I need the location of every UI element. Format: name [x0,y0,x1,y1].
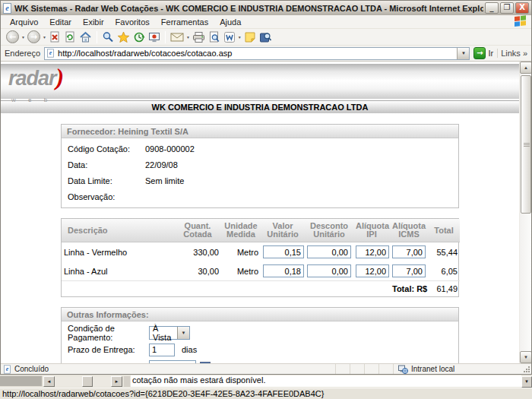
row-condicao-pagamento: Condição de Pagamento: À Vista ▼ [62,325,458,341]
refresh-button[interactable] [62,30,78,45]
message-text: cotação não mais estará disponível. [131,375,521,385]
security-zone-text: Intranet local [411,365,454,373]
status-bar: e Concluído Intranet local [1,363,531,374]
menu-ajuda[interactable]: Ajuda [214,16,247,28]
total-label: Total: R$ [390,281,428,297]
scrollbar-track[interactable] [55,376,111,387]
condicao-pagamento-select[interactable]: À Vista ▼ [149,326,190,340]
edit-word-button[interactable] [222,30,237,45]
home-button[interactable] [78,30,93,45]
status-pane [350,364,364,374]
scroll-down-icon[interactable]: ▼ [521,376,532,388]
address-input[interactable] [55,49,457,59]
ie-window: e WK Sistemas - Radar Web Cotações - WK … [0,0,532,375]
vertical-scrollbar[interactable]: ▲ ▼ [519,62,531,363]
scrollbar-thumb[interactable] [521,75,531,214]
forward-icon: → [27,30,40,43]
horizontal-scrollbar[interactable]: ◄ ► [43,376,122,387]
scrollbar-thumb[interactable] [82,376,93,387]
address-combobox[interactable]: e ▼ [44,47,470,60]
item-descricao: Linha - Vermelho [62,242,174,262]
message-area: cotação não mais estará disponível. [131,375,521,387]
table-row: Linha - Vermelho 330,00 Metro 55,44 [62,242,460,262]
logo-sub-text: w e b [11,90,64,111]
col-aliquota-icms: Alíquota ICMS [390,219,428,242]
print-button[interactable] [191,30,207,45]
stop-button[interactable] [47,30,62,45]
mail-dropdown-icon[interactable]: ▼ [186,35,190,40]
fornecedor-header: Fornecedor: Heining Textil S/A [62,125,458,138]
links-chevron-icon[interactable]: » [523,49,527,58]
close-button[interactable]: X [515,2,529,14]
aliquota-ipi-input[interactable] [356,264,389,277]
refresh-icon [64,31,76,43]
go-button[interactable]: → Ir [473,47,493,59]
menu-editar[interactable]: Editar [44,16,78,28]
print-icon [192,31,205,43]
field-row-observacao: Observação: [62,188,458,204]
minimize-button[interactable]: _ [485,2,499,14]
status-pane [364,364,378,374]
status-text: Concluído [14,365,49,373]
col-desconto-unitario: Desconto Unitário [305,219,353,242]
resize-grip[interactable] [522,365,531,374]
title-bar[interactable]: e WK Sistemas - Radar Web Cotações - WK … [1,1,531,15]
prazo-entrega-label: Prazo de Entrega: [68,345,149,354]
go-label: Ir [488,49,493,58]
valor-unitario-input[interactable] [263,245,304,258]
valor-unitario-input[interactable] [263,264,304,277]
status-pane [378,364,393,374]
print-preview-button[interactable] [207,30,222,45]
maximize-button[interactable]: ❐ [500,2,514,14]
item-total: 55,44 [428,242,460,262]
item-total: 6,05 [428,261,460,281]
data-limite-label: Data Limite: [68,176,145,185]
notes-button[interactable] [242,30,258,45]
prazo-entrega-suffix: dias [182,345,197,354]
menu-arquivo[interactable]: Arquivo [5,16,44,28]
logo-swoosh-icon: ) [56,63,65,90]
desconto-unitario-input[interactable] [307,264,351,277]
col-aliquota-ipi: Alíquota IPI [353,219,390,242]
col-quant-cotada: Quant. Cotada [174,219,221,242]
toolbar: ← ▼ → ▼ [1,29,531,46]
address-label: Endereço [5,49,40,58]
condicao-pagamento-value: À Vista [150,324,177,342]
item-descricao: Linha - Azul [62,261,174,281]
prazo-entrega-input[interactable] [149,344,175,356]
items-table: Descrição Quant. Cotada Unidade Medida V… [62,219,460,296]
edit-dropdown-icon[interactable]: ▼ [238,35,242,40]
menu-exibir[interactable]: Exibir [78,16,110,28]
links-bar[interactable]: Links » [497,49,527,58]
forward-button[interactable]: → [26,30,42,45]
favorites-button[interactable] [116,30,131,45]
notes-icon [244,31,256,43]
select-dropdown-icon[interactable]: ▼ [177,327,189,339]
word-icon [223,31,236,43]
scroll-up-icon[interactable]: ▲ [520,62,531,74]
ie-status-icon: e [4,365,11,373]
back-button[interactable]: ← [5,30,21,45]
total-row: Total: R$ 61,49 [62,281,460,297]
page-body: Fornecedor: Heining Textil S/A Código Co… [1,113,519,363]
row-prazo-entrega: Prazo de Entrega: dias [62,341,458,358]
mail-button[interactable] [169,30,185,45]
desconto-unitario-input[interactable] [307,245,351,258]
col-valor-unitario: Valor Unitário [261,219,305,242]
search-button[interactable] [100,30,116,45]
aliquota-ipi-input[interactable] [356,245,389,258]
menu-favoritos[interactable]: Favoritos [110,16,156,28]
menu-ferramentas[interactable]: Ferramentas [156,16,214,28]
address-dropdown-icon[interactable]: ▼ [457,48,469,59]
scroll-down-icon[interactable]: ▼ [520,351,531,363]
media-button[interactable] [147,30,162,45]
back-dropdown-icon[interactable]: ▼ [21,35,25,40]
aliquota-icms-input[interactable] [392,245,426,258]
forward-dropdown-icon[interactable]: ▼ [43,35,46,40]
research-button[interactable] [258,30,274,45]
scroll-left-icon[interactable]: ◄ [43,376,55,387]
history-button[interactable] [131,30,147,45]
scroll-right-icon[interactable]: ► [111,376,122,387]
toolbar-separator [165,31,166,43]
aliquota-icms-input[interactable] [392,264,426,277]
